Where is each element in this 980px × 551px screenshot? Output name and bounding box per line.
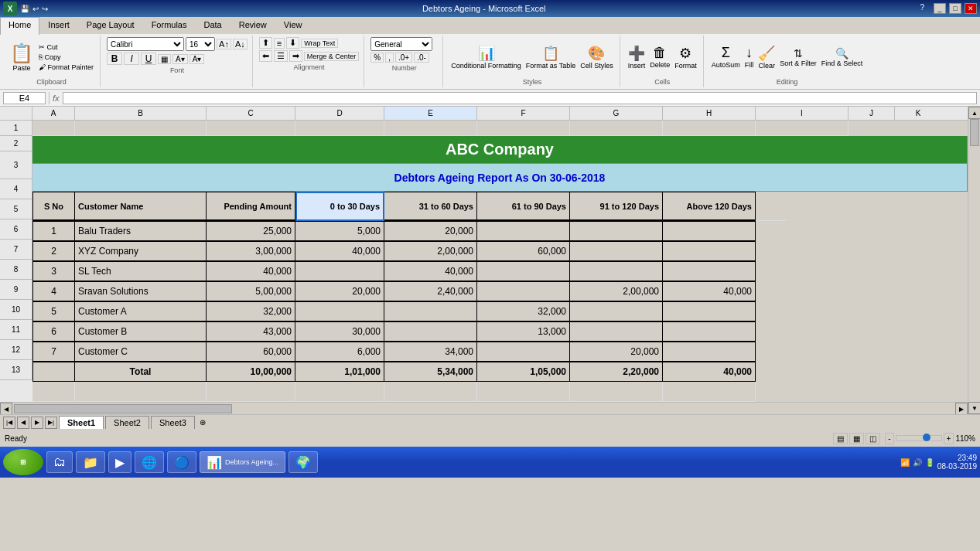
scroll-thumb-h[interactable] [14,404,232,413]
cell-D8[interactable]: 20,000 [295,281,384,301]
col-header-c[interactable]: C [207,107,295,120]
zoom-out-btn[interactable]: - [885,433,893,444]
cell-d1[interactable] [295,121,384,136]
cell-a1[interactable] [32,121,75,136]
find-select-btn[interactable]: 🔍 Find & Select [820,46,865,69]
start-button[interactable]: ⊞ [3,449,43,475]
company-name-cell[interactable]: ABC Company [32,136,968,164]
col-header-a[interactable]: A [32,107,75,120]
cell-C8[interactable]: 5,00,000 [207,281,295,301]
cell-e12[interactable]: 5,34,000 [384,362,477,382]
cell-f1[interactable] [477,121,570,136]
cell-F10[interactable]: 13,000 [477,321,570,342]
cell-h1[interactable] [663,121,756,136]
cell-A8[interactable]: 4 [32,281,75,301]
cell-h12[interactable]: 40,000 [663,362,756,382]
row-header-10[interactable]: 10 [0,300,32,320]
cell-H7[interactable] [663,261,756,281]
page-layout-view-btn[interactable]: ▦ [849,433,864,444]
taskbar-excel-btn[interactable]: 📊 Debtors Ageing... [200,451,285,473]
format-btn[interactable]: ⚙ Format [673,43,698,71]
page-break-view-btn[interactable]: ◫ [866,433,880,444]
row-header-7[interactable]: 7 [0,240,32,260]
scroll-left-btn[interactable]: ◀ [0,403,12,414]
taskbar-ie-btn[interactable]: 🌐 [135,451,164,473]
cell-E8[interactable]: 2,40,000 [384,281,477,301]
cell-C6[interactable]: 3,00,000 [207,241,295,261]
cell-B6[interactable]: XYZ Company [75,241,207,261]
cell-a13[interactable] [32,382,75,402]
cell-e1[interactable] [384,121,477,136]
scroll-down-btn[interactable]: ▼ [968,402,980,414]
wrap-text-btn[interactable]: Wrap Text [301,39,338,48]
cell-G7[interactable] [570,261,663,281]
close-btn[interactable]: ✕ [965,3,977,14]
cell-C9[interactable]: 32,000 [207,301,295,321]
row-header-4[interactable]: 4 [0,179,32,199]
col-header-b[interactable]: B [75,107,207,120]
cell-f12[interactable]: 1,05,000 [477,362,570,382]
col-header-i[interactable]: I [756,107,849,120]
help-icon[interactable]: ? [920,3,924,14]
underline-btn[interactable]: U [141,53,156,65]
cell-styles-btn[interactable]: 🎨 Cell Styles [579,43,615,71]
cell-A11[interactable]: 7 [32,342,75,362]
cell-C11[interactable]: 60,000 [207,342,295,362]
sheet-tab-3[interactable]: Sheet3 [151,416,195,429]
maximize-btn[interactable]: □ [949,3,961,14]
font-shrink-btn[interactable]: A↓ [233,39,248,49]
cell-H6[interactable] [663,241,756,261]
cell-g12[interactable]: 2,20,000 [570,362,663,382]
cell-A10[interactable]: 6 [32,321,75,342]
cell-D10[interactable]: 30,000 [295,321,384,342]
align-left-btn[interactable]: ⬅ [259,50,272,62]
cell-c4[interactable]: Pending Amount [207,192,295,221]
cell-A6[interactable]: 2 [32,241,75,261]
name-box[interactable] [3,92,46,104]
fill-color-btn[interactable]: A▾ [172,54,188,64]
col-header-h[interactable]: H [663,107,756,120]
font-grow-btn[interactable]: A↑ [217,39,231,49]
cell-b13[interactable] [75,382,207,402]
font-select[interactable]: Calibri [107,37,184,51]
cell-d12[interactable]: 1,01,000 [295,362,384,382]
cell-C7[interactable]: 40,000 [207,261,295,281]
border-btn[interactable]: ▦ [158,54,171,64]
insert-btn[interactable]: ➕ Insert [627,43,647,71]
cell-H5[interactable] [663,221,756,241]
undo-quick-btn[interactable]: ↩ [32,5,39,13]
sheet-next-btn[interactable]: ▶ [31,417,43,429]
scroll-thumb-v[interactable] [970,119,979,146]
cell-i1[interactable] [756,121,849,136]
cell-d13[interactable] [295,382,384,402]
cell-e4[interactable]: 31 to 60 Days [384,192,477,221]
sheet-tab-2[interactable]: Sheet2 [105,416,149,429]
format-as-table-btn[interactable]: 📋 Format as Table [524,43,577,71]
tab-data[interactable]: Data [195,17,230,34]
cell-E5[interactable]: 20,000 [384,221,477,241]
cell-B8[interactable]: Sravan Solutions [75,281,207,301]
cell-H9[interactable] [663,301,756,321]
format-painter-btn[interactable]: 🖌 Format Painter [37,63,95,72]
cell-A5[interactable]: 1 [32,221,75,241]
cell-F5[interactable] [477,221,570,241]
cell-C5[interactable]: 25,000 [207,221,295,241]
row-header-8[interactable]: 8 [0,260,32,280]
conditional-formatting-btn[interactable]: 📊 Conditional Formatting [449,43,523,71]
redo-quick-btn[interactable]: ↪ [42,5,48,13]
font-size-select[interactable]: 16 [186,37,215,51]
cell-H8[interactable]: 40,000 [663,281,756,301]
minimize-btn[interactable]: _ [934,3,946,14]
cell-c12[interactable]: 10,00,000 [207,362,295,382]
cell-A9[interactable]: 5 [32,301,75,321]
cell-E11[interactable]: 34,000 [384,342,477,362]
row-header-12[interactable]: 12 [0,340,32,360]
tab-view[interactable]: View [275,17,311,34]
tab-home[interactable]: Home [0,17,39,35]
cell-g4[interactable]: 91 to 120 Days [570,192,663,221]
delete-btn[interactable]: 🗑 Delete [648,43,671,70]
cell-E9[interactable] [384,301,477,321]
paste-btn[interactable]: 📋 Paste [8,40,36,74]
cell-G9[interactable] [570,301,663,321]
tab-insert[interactable]: Insert [39,17,78,34]
